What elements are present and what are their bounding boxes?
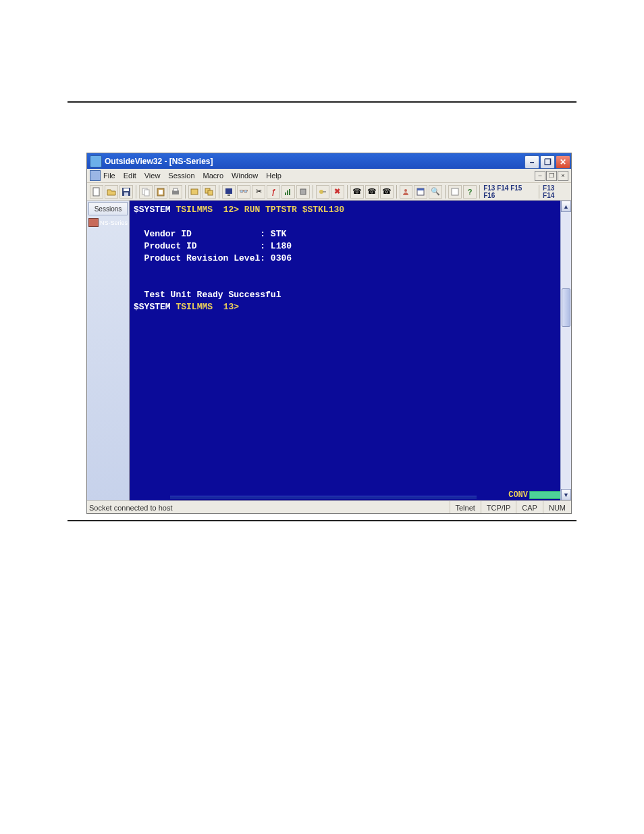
svg-rect-17	[289, 189, 290, 195]
svg-rect-13	[225, 188, 232, 194]
svg-rect-10	[191, 189, 198, 194]
menu-file[interactable]: File	[103, 172, 115, 180]
svg-rect-18	[300, 189, 306, 194]
svg-rect-9	[173, 188, 178, 191]
status-text: Socket connected to host	[87, 504, 173, 512]
statusbar: Socket connected to host Telnet TCP/IP C…	[87, 500, 571, 514]
svg-rect-12	[208, 190, 213, 195]
mdi-close-button[interactable]: ×	[558, 171, 568, 181]
mdi-minimize-button[interactable]: –	[535, 171, 545, 181]
divider-bottom	[68, 520, 576, 521]
menu-view[interactable]: View	[144, 172, 161, 180]
svg-rect-7	[159, 190, 163, 194]
zoom-icon[interactable]: 🔍	[429, 185, 442, 199]
svg-rect-0	[93, 188, 99, 196]
copy-icon[interactable]	[139, 185, 153, 199]
connect-icon[interactable]	[316, 185, 329, 199]
window-icon[interactable]	[414, 185, 427, 199]
close-button[interactable]: ✕	[556, 155, 570, 169]
terminal-conv-label: CONV	[508, 490, 528, 500]
minimize-button[interactable]: –	[525, 155, 539, 169]
app-icon	[90, 155, 102, 167]
fkey-group-1[interactable]: F13 F14 F15 F16	[483, 184, 535, 199]
maximize-button[interactable]: ❐	[540, 155, 555, 169]
chart-icon[interactable]	[281, 185, 295, 199]
open-icon[interactable]	[105, 185, 118, 199]
session-icon[interactable]	[188, 185, 202, 199]
svg-rect-5	[144, 190, 149, 196]
scroll-up-icon[interactable]: ▲	[561, 201, 571, 212]
sidebar-tab-sessions[interactable]: Sessions	[88, 202, 128, 215]
toolbar: 👓 ✂ ƒ ✖ ☎ ☎ ☎ 🔍 ? F13 F14 F15 F16 F13 F1…	[87, 183, 571, 201]
monitor-icon[interactable]	[222, 185, 236, 199]
terminal-statusline: CONV	[130, 490, 571, 500]
svg-rect-22	[417, 188, 424, 190]
status-num: NUM	[543, 501, 571, 514]
help-icon[interactable]: ?	[463, 185, 477, 199]
print-icon[interactable]	[169, 185, 182, 199]
menu-help[interactable]: Help	[266, 172, 281, 180]
mdi-icon[interactable]	[90, 170, 101, 181]
save-icon[interactable]	[119, 185, 133, 199]
paste-icon[interactable]	[154, 185, 167, 199]
svg-rect-14	[227, 194, 230, 196]
person-icon[interactable]	[400, 185, 413, 199]
window-title: OutsideView32 - [NS-Series]	[105, 157, 213, 166]
svg-rect-3	[124, 192, 128, 196]
tools-icon[interactable]: ✂	[252, 185, 265, 199]
svg-point-20	[404, 189, 407, 192]
sessions-icon[interactable]	[203, 185, 216, 199]
status-cap: CAP	[516, 501, 543, 514]
menu-session[interactable]: Session	[168, 172, 194, 180]
menubar: File Edit View Session Macro Window Help…	[87, 169, 571, 183]
glasses-icon[interactable]: 👓	[237, 185, 250, 199]
menu-window[interactable]: Window	[232, 172, 258, 180]
sidebar-item-nsseries[interactable]: NS-Series	[88, 218, 129, 227]
function-icon[interactable]: ƒ	[267, 185, 280, 199]
session-item-icon	[88, 218, 99, 227]
disconnect-icon[interactable]: ✖	[331, 185, 344, 199]
svg-rect-15	[285, 192, 286, 195]
mdi-restore-button[interactable]: ❐	[546, 171, 557, 181]
blank-doc-icon[interactable]	[448, 185, 462, 199]
scroll-down-icon[interactable]: ▼	[561, 489, 571, 500]
menu-macro[interactable]: Macro	[203, 172, 224, 180]
menu-edit[interactable]: Edit	[124, 172, 136, 180]
svg-rect-16	[287, 190, 288, 195]
sidebar-item-label: NS-Series	[100, 219, 128, 226]
status-protocol: Telnet	[450, 501, 481, 514]
status-transport: TCP/IP	[481, 501, 516, 514]
phone3-icon[interactable]: ☎	[380, 185, 394, 199]
scroll-thumb[interactable]	[562, 288, 570, 327]
scrollbar-vertical[interactable]: ▲ ▼	[560, 201, 571, 500]
phone1-icon[interactable]: ☎	[350, 185, 364, 199]
screenshot-window: OutsideView32 - [NS-Series] – ❐ ✕ File E…	[86, 153, 572, 514]
divider-top	[68, 101, 576, 103]
fkey-group-2[interactable]: F13 F14	[543, 184, 568, 199]
device-icon[interactable]	[296, 185, 310, 199]
svg-rect-2	[124, 188, 129, 191]
new-icon[interactable]	[90, 185, 103, 199]
sidebar: Sessions NS-Series	[87, 201, 130, 500]
svg-rect-23	[452, 188, 458, 195]
terminal-area[interactable]: $SYSTEM TSILMMS 12> RUN TPTSTR $STKL130 …	[130, 201, 560, 500]
titlebar[interactable]: OutsideView32 - [NS-Series] – ❐ ✕	[87, 153, 571, 169]
phone2-icon[interactable]: ☎	[365, 185, 379, 199]
